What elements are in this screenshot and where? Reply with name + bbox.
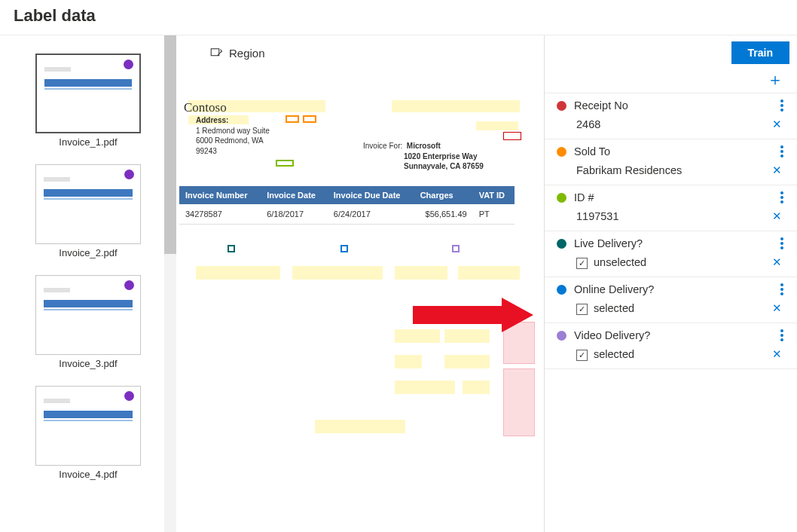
- clear-field-button[interactable]: ✕: [772, 118, 785, 131]
- clear-field-button[interactable]: ✕: [772, 164, 785, 177]
- highlight: [196, 266, 280, 280]
- highlight: [458, 266, 520, 280]
- canvas-toolbar: Region: [179, 35, 541, 75]
- scrollbar-thumb[interactable]: [164, 35, 176, 254]
- cell: 34278587: [179, 204, 261, 225]
- field-color-dot: [557, 239, 566, 249]
- thumbnail-sidebar: Invoice_1.pdf Invoice_2.pdf Invoice_3.pd…: [0, 35, 164, 532]
- field-menu-button[interactable]: [780, 191, 786, 203]
- region-icon: [209, 46, 223, 60]
- document-area: Contoso Address: 1 Redmond way Suite 600…: [179, 100, 541, 225]
- thumbnail-label: Invoice_1.pdf: [59, 136, 117, 148]
- fields-panel: Train ＋ Receipt No2468✕Sold ToFabrikam R…: [544, 35, 797, 532]
- highlight: [395, 381, 455, 394]
- thumbnail-item[interactable]: Invoice_2.pdf: [26, 164, 151, 258]
- field-name: Video Delivery?: [574, 329, 773, 341]
- region-selection[interactable]: [503, 368, 535, 436]
- field-item[interactable]: Video Delivery?✓selected✕: [545, 323, 797, 369]
- field-color-dot: [557, 331, 566, 341]
- highlight: [395, 355, 422, 368]
- annotation-box: [286, 115, 299, 123]
- document-canvas[interactable]: Region Contoso Address: 1 Redmond way Su…: [176, 35, 544, 532]
- thumbnail-label: Invoice_3.pdf: [59, 358, 117, 369]
- field-item[interactable]: Online Delivery?✓selected✕: [545, 277, 797, 323]
- field-name: ID #: [574, 191, 773, 203]
- add-field-button[interactable]: ＋: [767, 72, 783, 88]
- callout-arrow-icon: [413, 298, 548, 332]
- field-item[interactable]: Sold ToFabrikam Residences✕: [545, 139, 797, 185]
- field-menu-button[interactable]: [780, 329, 786, 341]
- cell: 6/18/2017: [261, 204, 328, 225]
- field-value: ✓selected: [576, 348, 772, 361]
- cell: PT: [473, 204, 515, 225]
- table-row: 34278587 6/18/2017 6/24/2017 $56,651.49 …: [179, 204, 515, 225]
- thumbnail-item[interactable]: Invoice_3.pdf: [26, 275, 151, 369]
- address-zip: 99243: [196, 147, 217, 155]
- cell: 6/24/2017: [328, 204, 414, 225]
- thumbnail-label: Invoice_2.pdf: [59, 247, 117, 258]
- field-menu-button[interactable]: [780, 283, 786, 295]
- field-item[interactable]: Live Delivery?✓unselected✕: [545, 231, 797, 277]
- field-menu-button[interactable]: [780, 237, 786, 249]
- field-color-dot: [557, 101, 566, 111]
- invoice-table: Invoice Number Invoice Date Invoice Due …: [179, 186, 515, 225]
- clear-field-button[interactable]: ✕: [772, 255, 785, 269]
- table-header-row: Invoice Number Invoice Date Invoice Due …: [179, 186, 515, 204]
- thumbnail-item[interactable]: Invoice_1.pdf: [26, 54, 151, 148]
- annotation-box: [303, 115, 316, 123]
- highlight: [463, 381, 490, 394]
- invoice-for-line: Sunnayvale, CA 87659: [404, 162, 484, 170]
- clear-field-button[interactable]: ✕: [772, 301, 785, 315]
- address-label: Address:: [196, 116, 228, 124]
- col-header: Invoice Date: [261, 186, 328, 204]
- field-name: Receipt No: [574, 99, 773, 112]
- page-title: Label data: [14, 6, 783, 26]
- field-item[interactable]: ID #1197531✕: [545, 185, 797, 231]
- checkbox-icon: ✓: [576, 350, 588, 361]
- thumbnail-preview: [35, 386, 141, 466]
- col-header: Invoice Due Date: [328, 186, 414, 204]
- field-item[interactable]: Receipt No2468✕: [545, 93, 797, 139]
- thumbnail-label: Invoice_4.pdf: [59, 469, 117, 480]
- page-header: Label data: [0, 0, 797, 35]
- highlight: [395, 266, 447, 280]
- thumbnail-preview: [35, 164, 141, 244]
- invoice-for-line: 1020 Enterprise Way: [404, 152, 477, 161]
- invoice-for-name: Microsoft: [407, 142, 441, 150]
- field-value: Fabrikam Residences: [576, 164, 772, 176]
- field-menu-button[interactable]: [780, 145, 786, 157]
- sidebar-scrollbar[interactable]: [164, 35, 176, 532]
- thumbnail-preview: [35, 275, 141, 355]
- checkbox-icon: ✓: [576, 304, 588, 315]
- region-tool-label[interactable]: Region: [229, 47, 265, 60]
- highlight: [292, 266, 383, 280]
- field-value: ✓selected: [576, 302, 772, 315]
- address-line: 6000 Redmond, WA: [196, 136, 264, 145]
- col-header: VAT ID: [473, 186, 515, 204]
- col-header: Charges: [414, 186, 473, 204]
- annotation-marker: [452, 245, 460, 252]
- field-value: 2468: [576, 118, 772, 130]
- company-name: Contoso: [184, 100, 533, 115]
- invoice-for-label: Invoice For:: [363, 142, 402, 150]
- field-color-dot: [557, 147, 566, 157]
- col-header: Invoice Number: [179, 186, 261, 204]
- annotation-marker: [227, 245, 235, 252]
- clear-field-button[interactable]: ✕: [772, 209, 785, 223]
- clear-field-button[interactable]: ✕: [772, 347, 785, 361]
- status-dot-icon: [124, 280, 134, 290]
- address-line: 1 Redmond way Suite: [196, 127, 270, 135]
- thumbnail-preview: [35, 54, 141, 133]
- field-color-dot: [557, 285, 566, 295]
- field-color-dot: [557, 193, 566, 203]
- highlight: [315, 420, 405, 433]
- thumbnail-item[interactable]: Invoice_4.pdf: [26, 386, 151, 480]
- annotation-marker: [340, 245, 348, 252]
- highlight: [444, 355, 490, 368]
- field-menu-button[interactable]: [780, 99, 786, 112]
- train-button[interactable]: Train: [731, 41, 789, 64]
- checkbox-icon: ✓: [576, 258, 588, 269]
- field-value: ✓unselected: [576, 256, 772, 269]
- field-name: Online Delivery?: [574, 283, 773, 295]
- field-value: 1197531: [576, 210, 772, 222]
